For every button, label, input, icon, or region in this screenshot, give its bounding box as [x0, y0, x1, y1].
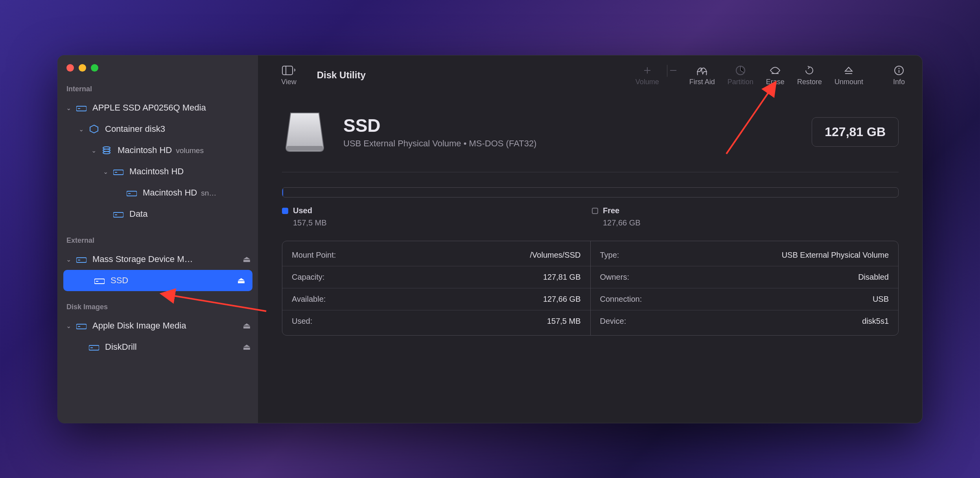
sidebar-icon: [282, 65, 295, 76]
svg-rect-13: [94, 279, 105, 284]
usage-bar: [282, 187, 899, 197]
section-internal-header: Internal: [58, 83, 258, 97]
eject-icon[interactable]: ⏏: [237, 275, 245, 286]
svg-rect-15: [76, 324, 87, 329]
chevron-down-icon[interactable]: ⌄: [77, 125, 85, 133]
chevron-down-icon[interactable]: ⌄: [64, 256, 73, 263]
drive-icon: [112, 168, 125, 175]
sidebar-item-apple-ssd[interactable]: ⌄ APPLE SSD AP0256Q Media: [58, 97, 258, 118]
svg-rect-19: [282, 66, 293, 75]
svg-rect-11: [76, 258, 87, 262]
view-button[interactable]: View: [276, 65, 302, 86]
drive-icon: [88, 343, 100, 351]
tb-label: First Aid: [689, 78, 715, 86]
restore-icon: [804, 65, 814, 76]
erase-button[interactable]: Erase: [761, 65, 790, 86]
external-drive-icon: [282, 109, 328, 155]
info-row: Device:disk5s1: [591, 310, 899, 332]
sidebar-item-diskdrill[interactable]: DiskDrill ⏏: [58, 336, 258, 358]
sidebar-item-label: Macintosh HDvolumes: [118, 145, 251, 155]
sidebar-item-label: Mass Storage Device M…: [92, 254, 239, 264]
window-controls: [58, 62, 258, 83]
chevron-down-icon[interactable]: ⌄: [64, 104, 73, 112]
svg-rect-0: [76, 106, 87, 111]
info-row: Type:USB External Physical Volume: [591, 244, 899, 266]
first-aid-icon: [696, 65, 708, 76]
eject-icon[interactable]: ⏏: [243, 254, 251, 264]
info-row: Capacity:127,81 GB: [282, 266, 590, 288]
container-icon: [88, 124, 100, 134]
legend-value: 157,5 MB: [293, 218, 589, 227]
disk-utility-window: Internal ⌄ APPLE SSD AP0256Q Media ⌄ Con…: [57, 55, 923, 423]
drive-icon: [125, 189, 138, 197]
usage-fill: [282, 188, 283, 197]
svg-rect-5: [113, 170, 123, 175]
legend-used: Used 157,5 MB: [282, 206, 589, 227]
svg-rect-9: [113, 212, 123, 217]
sidebar-item-label: Macintosh HD: [129, 166, 251, 177]
restore-button[interactable]: Restore: [792, 65, 827, 86]
divider: [282, 172, 899, 172]
legend-label: Free: [603, 206, 619, 215]
volume-remove-button[interactable]: .: [664, 65, 682, 86]
sidebar-item-mass-storage[interactable]: ⌄ Mass Storage Device M… ⏏: [58, 249, 258, 270]
svg-point-25: [898, 68, 899, 69]
info-row: Owners:Disabled: [591, 266, 899, 288]
main-pane: View Disk Utility Volume . First Aid Par…: [258, 55, 922, 423]
info-col-left: Mount Point:/Volumes/SSD Capacity:127,81…: [282, 241, 591, 335]
chevron-down-icon[interactable]: ⌄: [64, 322, 73, 330]
sidebar-item-label: Container disk3: [105, 124, 251, 134]
sidebar-item-apple-disk-image[interactable]: ⌄ Apple Disk Image Media ⏏: [58, 315, 258, 336]
unmount-icon: [844, 65, 853, 76]
info-row: Available:127,66 GB: [282, 288, 590, 310]
partition-icon: [735, 65, 746, 76]
volume-add-button[interactable]: Volume: [630, 65, 665, 86]
usage-legend: Used 157,5 MB Free 127,66 GB: [282, 206, 899, 227]
info-row: Connection:USB: [591, 288, 899, 310]
minimize-button[interactable]: [79, 64, 86, 72]
tb-label: Restore: [797, 78, 822, 86]
tb-label: Erase: [766, 78, 785, 86]
legend-label: Used: [293, 206, 312, 215]
sidebar-item-macintosh-hd[interactable]: ⌄ Macintosh HD: [58, 161, 258, 182]
sidebar-item-data[interactable]: Data: [58, 203, 258, 225]
sidebar-item-label: DiskDrill: [105, 342, 239, 352]
tb-label: Partition: [728, 78, 753, 86]
sidebar-item-label: Data: [129, 209, 251, 219]
fullscreen-button[interactable]: [91, 64, 98, 72]
sidebar-item-macintosh-hd-volumes[interactable]: ⌄ Macintosh HDvolumes: [58, 140, 258, 161]
info-icon: [894, 65, 904, 76]
partition-button[interactable]: Partition: [722, 65, 759, 86]
drive-icon: [112, 210, 125, 218]
unmount-button[interactable]: Unmount: [829, 65, 869, 86]
sidebar-item-container-disk3[interactable]: ⌄ Container disk3: [58, 118, 258, 140]
svg-rect-17: [89, 345, 99, 350]
info-button[interactable]: Info: [888, 65, 910, 86]
sidebar-item-ssd[interactable]: SSD ⏏: [63, 270, 252, 291]
tb-label: Info: [893, 78, 905, 86]
volume-hero: SSD USB External Physical Volume • MS-DO…: [282, 109, 899, 155]
first-aid-button[interactable]: First Aid: [684, 65, 720, 86]
close-button[interactable]: [66, 64, 74, 72]
eject-icon[interactable]: ⏏: [243, 342, 251, 352]
drive-icon: [75, 255, 88, 263]
stack-icon: [100, 146, 113, 155]
sidebar-item-macintosh-hd-snapshot[interactable]: Macintosh HDsn…: [58, 182, 258, 203]
drive-icon: [75, 322, 88, 330]
legend-value: 127,66 GB: [603, 218, 899, 227]
tb-label: Unmount: [834, 78, 863, 86]
info-row: Mount Point:/Volumes/SSD: [282, 244, 590, 266]
sidebar-item-label: Macintosh HDsn…: [143, 188, 251, 198]
legend-dot-free: [592, 208, 598, 214]
sidebar-item-label: Apple Disk Image Media: [92, 321, 239, 331]
chevron-down-icon[interactable]: ⌄: [89, 147, 98, 154]
volume-size-badge: 127,81 GB: [812, 117, 899, 147]
svg-point-4: [103, 151, 110, 154]
erase-icon: [769, 65, 781, 76]
plus-icon: [644, 65, 651, 76]
svg-rect-7: [127, 191, 137, 196]
section-external-header: External: [58, 234, 258, 249]
eject-icon[interactable]: ⏏: [243, 321, 251, 331]
chevron-down-icon[interactable]: ⌄: [101, 168, 110, 175]
app-title: Disk Utility: [317, 70, 366, 81]
